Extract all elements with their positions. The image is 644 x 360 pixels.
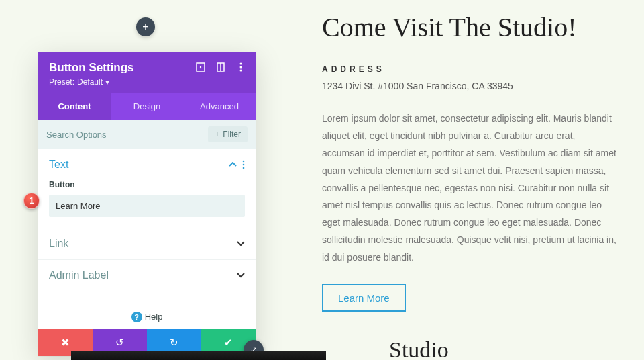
section-admin-label-header[interactable]: Admin Label: [38, 260, 256, 291]
callout-badge-1: 1: [23, 193, 40, 209]
settings-tabs: Content Design Advanced: [38, 93, 256, 120]
tab-design[interactable]: Design: [111, 93, 183, 120]
next-section-heading: Studio: [389, 337, 449, 360]
callout-number: 1: [30, 196, 34, 206]
section-title: Link: [49, 238, 237, 250]
section-link-header[interactable]: Link: [38, 228, 256, 259]
section-text: Text Button: [38, 149, 256, 228]
tab-content[interactable]: Content: [38, 93, 111, 120]
close-icon: ✖: [61, 336, 70, 349]
button-text-input[interactable]: [49, 195, 245, 217]
section-text-header[interactable]: Text: [38, 149, 256, 180]
svg-point-8: [243, 164, 245, 166]
help-link[interactable]: ?Help: [38, 305, 256, 329]
module-settings-panel: Button Settings Preset: Default ▾ Conten…: [38, 52, 256, 356]
help-icon: ?: [131, 312, 142, 322]
image-strip: [71, 351, 326, 360]
redo-icon: ↻: [170, 336, 178, 349]
kebab-menu-icon[interactable]: [235, 62, 246, 73]
body-text: Lorem ipsum dolor sit amet, consectetur …: [322, 110, 617, 267]
svg-point-7: [243, 161, 245, 163]
plus-icon: +: [215, 130, 219, 139]
caret-down-icon: ▾: [105, 77, 109, 87]
panel-header[interactable]: Button Settings Preset: Default ▾: [38, 52, 256, 93]
search-options-row: Search Options + Filter: [38, 120, 256, 149]
address-label: ADDRESS: [322, 64, 617, 74]
help-label: Help: [145, 312, 163, 322]
tab-advanced[interactable]: Advanced: [183, 93, 256, 120]
undo-icon: ↺: [115, 336, 124, 349]
svg-point-1: [200, 66, 201, 68]
chevron-down-icon: [237, 273, 245, 278]
expand-icon[interactable]: [195, 62, 206, 73]
chevron-up-icon: [229, 162, 237, 167]
learn-more-button[interactable]: Learn More: [322, 284, 406, 312]
filter-button[interactable]: + Filter: [208, 126, 248, 142]
kebab-menu-icon[interactable]: [242, 160, 245, 169]
preset-selector[interactable]: Preset: Default ▾: [49, 77, 245, 87]
search-options-input[interactable]: Search Options: [46, 130, 208, 140]
section-admin-label: Admin Label: [38, 260, 256, 291]
add-section-button[interactable]: +: [136, 17, 155, 36]
section-title: Admin Label: [49, 269, 237, 281]
svg-point-9: [243, 167, 245, 169]
button-text-label: Button: [49, 180, 245, 189]
filter-label: Filter: [223, 130, 241, 139]
section-title: Text: [49, 159, 229, 171]
plus-icon: +: [142, 21, 148, 33]
check-icon: ✔: [224, 336, 233, 349]
svg-point-6: [240, 70, 242, 72]
page-heading: Come Visit The Studio!: [322, 12, 617, 43]
preset-prefix: Preset:: [49, 77, 74, 87]
address-value: 1234 Divi St. #1000 San Francisco, CA 33…: [322, 81, 617, 91]
page-preview: Come Visit The Studio! ADDRESS 1234 Divi…: [322, 12, 617, 312]
svg-point-5: [240, 66, 242, 69]
svg-point-4: [240, 63, 242, 65]
preset-value: Default: [77, 77, 103, 87]
section-link: Link: [38, 228, 256, 260]
snap-icon[interactable]: [215, 62, 226, 73]
chevron-down-icon: [237, 241, 245, 246]
